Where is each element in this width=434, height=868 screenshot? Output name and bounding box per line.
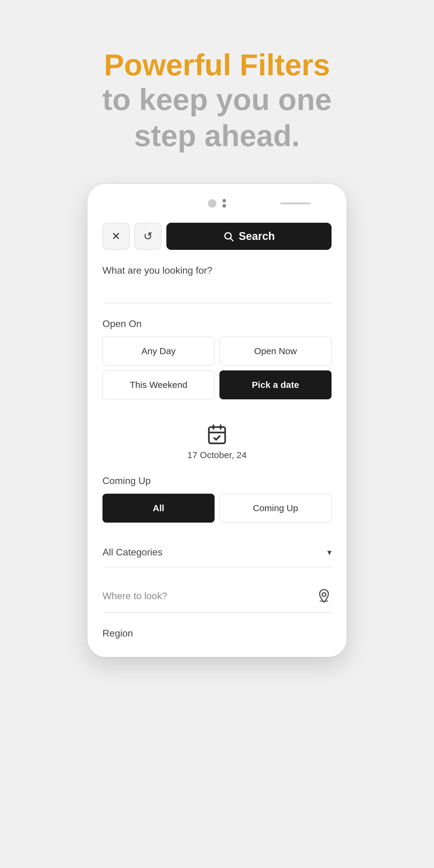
selected-date: 17 October, 24 <box>187 450 247 460</box>
hero-line1: Powerful Filters <box>82 48 352 82</box>
categories-label: All Categories <box>102 547 162 558</box>
calendar-icon <box>206 424 228 445</box>
search-icon <box>223 231 234 242</box>
toolbar: ✕ ↺ Search <box>87 223 347 250</box>
what-input[interactable] <box>102 282 332 303</box>
any-day-button[interactable]: Any Day <box>102 337 215 366</box>
svg-rect-2 <box>209 427 225 443</box>
svg-point-6 <box>322 593 326 597</box>
this-weekend-button[interactable]: This Weekend <box>102 370 215 399</box>
open-on-label: Open On <box>102 318 332 330</box>
divider-bar <box>280 203 310 204</box>
search-label: Search <box>239 230 275 243</box>
where-label: Where to look? <box>102 590 167 601</box>
categories-row[interactable]: All Categories ▾ <box>102 538 332 567</box>
what-label: What are you looking for? <box>102 265 332 276</box>
open-now-button[interactable]: Open Now <box>219 337 332 366</box>
camera-dot <box>208 199 216 208</box>
coming-up-grid: All Coming Up <box>102 494 332 523</box>
hero-line2: to keep you one step ahead. <box>82 82 352 154</box>
coming-up-section: Coming Up All Coming Up <box>102 475 332 523</box>
phone-frame: ✕ ↺ Search What are you looking for? Ope… <box>87 184 347 657</box>
svg-line-1 <box>230 239 233 241</box>
refresh-icon: ↺ <box>144 230 153 243</box>
menu-dot-2 <box>222 204 226 208</box>
menu-dot-1 <box>222 199 226 203</box>
all-button[interactable]: All <box>102 494 215 523</box>
region-label: Region <box>102 625 332 639</box>
location-icon <box>316 588 332 603</box>
close-icon: ✕ <box>112 230 121 243</box>
coming-up-button[interactable]: Coming Up <box>219 494 332 523</box>
close-button[interactable]: ✕ <box>102 223 130 250</box>
phone-top-bar <box>87 199 347 208</box>
refresh-button[interactable]: ↺ <box>134 223 161 250</box>
pick-date-button[interactable]: Pick a date <box>219 370 332 399</box>
coming-up-label: Coming Up <box>102 475 332 487</box>
menu-dots[interactable] <box>222 199 226 208</box>
search-button[interactable]: Search <box>166 223 332 250</box>
date-picker-display: 17 October, 24 <box>102 414 332 475</box>
hero-section: Powerful Filters to keep you one step ah… <box>82 48 352 154</box>
chevron-down-icon: ▾ <box>327 547 332 557</box>
where-row: Where to look? <box>102 579 332 613</box>
form-section: What are you looking for? Open On Any Da… <box>87 265 347 639</box>
open-on-grid: Any Day Open Now This Weekend Pick a dat… <box>102 337 332 399</box>
